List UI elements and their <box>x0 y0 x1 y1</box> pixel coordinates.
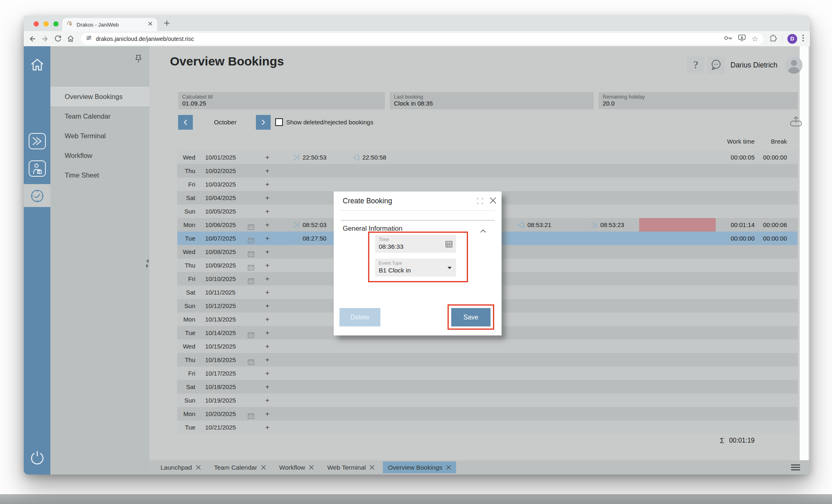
booking-entry[interactable]: 08:53:21 <box>517 218 551 232</box>
row-date: 10/14/2025 <box>205 326 236 340</box>
add-booking-button[interactable]: + <box>265 259 269 272</box>
bookings-rail-icon-active[interactable] <box>24 189 50 203</box>
home-button[interactable] <box>66 34 75 43</box>
export-icon[interactable] <box>789 116 803 130</box>
add-booking-button[interactable]: + <box>265 178 269 191</box>
time-field[interactable]: Time 08:36:33 <box>375 235 456 253</box>
web-terminal-rail-icon[interactable] <box>24 133 50 149</box>
add-booking-button[interactable]: + <box>265 421 269 434</box>
row-date: 10/18/2025 <box>205 380 236 394</box>
tab-close-icon[interactable] <box>369 465 375 470</box>
traffic-zoom-button[interactable] <box>53 21 59 27</box>
add-booking-button[interactable]: + <box>265 326 269 340</box>
table-row[interactable]: Sun 10/19/2025 + <box>177 394 798 407</box>
add-booking-button[interactable]: + <box>265 367 269 380</box>
previous-month-button[interactable] <box>178 115 193 130</box>
sidebar-menu-item[interactable]: Workflow <box>50 146 149 165</box>
logout-power-icon[interactable] <box>24 450 50 466</box>
tab-close-icon[interactable] <box>446 465 451 470</box>
site-info-icon[interactable] <box>86 35 92 43</box>
booking-entry[interactable]: 22:50:58 <box>352 151 386 164</box>
row-break: 00:00:06 <box>763 218 787 232</box>
back-button[interactable] <box>28 34 37 43</box>
add-booking-button[interactable]: + <box>265 232 269 245</box>
messages-button[interactable] <box>708 56 725 74</box>
address-bar[interactable]: drakos.janicloud.de/janiweb/outest.risc … <box>81 33 763 45</box>
booking-entry[interactable]: 08:52:03 <box>292 218 326 232</box>
module-tab-label: Workflow <box>279 464 305 471</box>
table-row[interactable]: Fri 10/03/2025 + <box>177 178 798 191</box>
sidebar-menu-item[interactable]: Overview Bookings <box>50 87 149 106</box>
table-row[interactable]: Mon 10/20/2025 + <box>177 407 798 421</box>
browser-tab[interactable]: Drakos - JaniWeb <box>62 18 157 31</box>
module-menu-list: Overview BookingsTeam CalendarWeb Termin… <box>50 87 149 185</box>
event-type-field[interactable]: Event Type B1 Clock in <box>375 259 456 277</box>
extensions-puzzle-icon[interactable] <box>769 34 777 43</box>
table-row[interactable]: Fri 10/17/2025 + <box>177 367 798 380</box>
browser-profile-avatar[interactable]: D <box>787 34 797 44</box>
add-booking-button[interactable]: + <box>265 407 269 421</box>
add-booking-button[interactable]: + <box>265 340 269 353</box>
add-booking-button[interactable]: + <box>265 353 269 367</box>
pin-menu-icon[interactable] <box>134 54 143 67</box>
install-app-icon[interactable] <box>738 34 746 43</box>
add-booking-button[interactable]: + <box>265 191 269 205</box>
table-row[interactable]: Wed 10/01/2025 + 00:00:05 00:00:00 22:50… <box>177 151 798 164</box>
section-collapse-chevron-icon[interactable] <box>480 227 486 235</box>
booking-entry[interactable]: 08:27:50 <box>292 232 326 245</box>
sidebar-menu-item[interactable]: Time Sheet <box>50 165 149 185</box>
modal-close-icon[interactable] <box>489 197 497 206</box>
sidebar-menu-item[interactable]: Team Calendar <box>50 106 149 126</box>
tab-close-icon[interactable] <box>147 21 153 28</box>
user-avatar[interactable] <box>785 56 803 74</box>
table-row[interactable]: Thu 10/16/2025 + <box>177 353 798 367</box>
add-booking-button[interactable]: + <box>265 313 269 326</box>
tab-close-icon[interactable] <box>309 465 314 470</box>
row-date: 10/20/2025 <box>205 407 236 421</box>
dropdown-caret-icon[interactable] <box>448 267 452 269</box>
module-tab[interactable]: Web Terminal <box>322 461 380 473</box>
add-booking-button[interactable]: + <box>265 245 269 259</box>
add-booking-button[interactable]: + <box>265 151 269 164</box>
add-booking-button[interactable]: + <box>265 286 269 299</box>
save-button[interactable]: Save <box>451 308 491 326</box>
add-booking-button[interactable]: + <box>265 218 269 232</box>
bookmark-star-icon[interactable]: ☆ <box>752 35 758 43</box>
workflow-rail-icon[interactable] <box>24 160 50 177</box>
reload-button[interactable] <box>53 34 62 43</box>
new-tab-button[interactable] <box>164 20 170 28</box>
sidebar-menu-item[interactable]: Web Terminal <box>50 126 149 146</box>
table-row[interactable]: Tue 10/21/2025 + <box>177 421 798 434</box>
time-picker-calendar-icon[interactable] <box>445 241 452 249</box>
table-row[interactable]: Thu 10/02/2025 + <box>177 164 798 178</box>
booking-entry[interactable]: 08:53:23 <box>590 218 624 232</box>
url-text[interactable]: drakos.janicloud.de/janiweb/outest.risc <box>96 36 720 42</box>
add-booking-button[interactable]: + <box>265 380 269 394</box>
tab-close-icon[interactable] <box>196 465 201 470</box>
booking-entry[interactable]: 22:50:53 <box>292 151 326 164</box>
home-rail-icon[interactable] <box>24 58 50 72</box>
add-booking-button[interactable]: + <box>265 299 269 313</box>
module-tab[interactable]: Launchpad <box>156 461 206 473</box>
module-tab[interactable]: Team Calendar <box>209 461 271 473</box>
tabbar-menu-icon[interactable] <box>791 464 800 472</box>
show-deleted-checkbox[interactable] <box>275 118 283 126</box>
module-tab[interactable]: Overview Bookings <box>383 461 456 473</box>
tab-close-icon[interactable] <box>261 465 266 470</box>
table-row[interactable]: Wed 10/15/2025 + <box>177 340 798 353</box>
table-row[interactable]: Sat 10/18/2025 + <box>177 380 798 394</box>
browser-menu-icon[interactable] <box>802 34 804 43</box>
add-booking-button[interactable]: + <box>265 394 269 407</box>
add-booking-button[interactable]: + <box>265 205 269 218</box>
add-booking-button[interactable]: + <box>265 164 269 178</box>
modal-maximize-icon[interactable] <box>477 198 483 206</box>
delete-button[interactable]: Delete <box>339 308 380 326</box>
help-button[interactable]: ? <box>687 56 704 74</box>
next-month-button[interactable] <box>256 115 271 130</box>
traffic-close-button[interactable] <box>34 21 39 27</box>
traffic-minimize-button[interactable] <box>43 21 49 27</box>
add-booking-button[interactable]: + <box>265 272 269 286</box>
module-tab[interactable]: Workflow <box>274 461 319 473</box>
password-key-icon[interactable] <box>724 35 733 43</box>
forward-button[interactable] <box>41 34 50 43</box>
